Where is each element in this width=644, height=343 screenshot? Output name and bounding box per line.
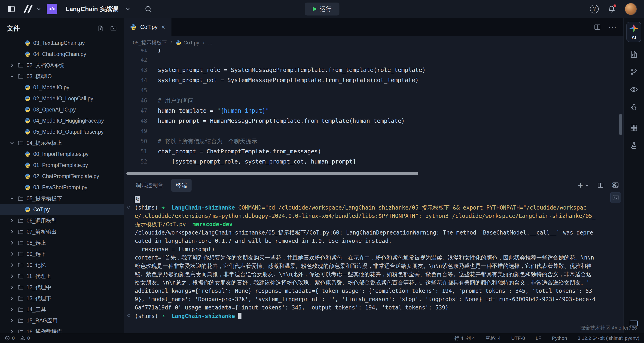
encoding[interactable]: UTF-8 xyxy=(511,335,525,341)
breadcrumb-file[interactable]: CoT.py xyxy=(176,40,199,46)
language-mode[interactable]: Python xyxy=(552,335,567,341)
more-actions-icon[interactable]: ⋯ xyxy=(608,22,617,32)
tree-item-02_ModelIO_LoopCall.py[interactable]: 02_ModelIO_LoopCall.py xyxy=(0,93,124,104)
help-icon[interactable]: ? xyxy=(590,5,599,14)
tree-item-03_OpenAI_IO.py[interactable]: 03_OpenAI_IO.py xyxy=(0,104,124,115)
tab-debug-console[interactable]: 调试控制台 xyxy=(131,179,168,192)
code-line-51[interactable]: 51chat_prompt = ChatPromptTemplate.from_… xyxy=(124,146,624,157)
tree-item-11_代理上[interactable]: 11_代理上 xyxy=(0,271,124,282)
chevron-down-icon[interactable] xyxy=(125,6,131,12)
line-number: 43 xyxy=(124,65,147,75)
code-line-44[interactable]: 44system_prompt_cot = SystemMessagePromp… xyxy=(124,75,624,85)
errors-indicator[interactable]: 0 xyxy=(4,335,15,341)
close-tab-icon[interactable]: × xyxy=(161,24,166,31)
code-text: system_prompt_cot = SystemMessagePromptT… xyxy=(147,75,419,85)
tree-item-01_ModelIO.py[interactable]: 01_ModelIO.py xyxy=(0,82,124,93)
tree-item-label: 01_ModelIO.py xyxy=(33,84,69,91)
ai-assistant-button[interactable]: AI xyxy=(626,22,641,42)
new-file-icon[interactable] xyxy=(97,25,104,32)
image-panel-icon[interactable] xyxy=(610,180,621,190)
python-file-icon xyxy=(24,96,30,102)
code-line-48[interactable]: 48human_prompt = HumanMessagePromptTempl… xyxy=(124,116,624,126)
tree-item-04_ModelIO_HuggingFace.py[interactable]: 04_ModelIO_HuggingFace.py xyxy=(0,115,124,126)
code-line-47[interactable]: 47human_template = "{human_input}" xyxy=(124,106,624,116)
tree-item-07_解析输出[interactable]: 07_解析输出 xyxy=(0,226,124,237)
source-control-icon[interactable] xyxy=(630,68,638,76)
project-name[interactable]: LangChain 实战课 xyxy=(66,5,118,13)
tree-item-06_调用模型[interactable]: 06_调用模型 xyxy=(0,215,124,226)
tree-item-13_代理下[interactable]: 13_代理下 xyxy=(0,293,124,304)
python-file-icon xyxy=(24,107,30,113)
code-text: system_prompt_role = SystemMessagePrompt… xyxy=(147,65,426,75)
code-line-45[interactable]: 45 xyxy=(124,85,624,96)
tree-item-label: 00_ImportTemplates.py xyxy=(33,151,88,157)
terminal-output[interactable]: %(shims) ➜ LangChain-shizhanke COMMAND="… xyxy=(124,193,624,333)
preview-eye-icon[interactable] xyxy=(630,85,638,94)
code-line-50[interactable]: 50# 将以上所有信息结合为一个聊天提示 xyxy=(124,136,624,146)
tree-item-03_模型IO[interactable]: 03_模型IO xyxy=(0,71,124,82)
horizontal-scrollbar[interactable] xyxy=(126,172,418,175)
test-flask-icon[interactable] xyxy=(630,141,638,150)
breadcrumb-symbol[interactable]: ... xyxy=(208,40,212,46)
code-line-46[interactable]: 46# 用户的询问 xyxy=(124,96,624,106)
code-line-43[interactable]: 43system_prompt_role = SystemMessageProm… xyxy=(124,65,624,75)
tree-item-02_ChatPromptTemplate.py[interactable]: 02_ChatPromptTemplate.py xyxy=(0,171,124,182)
breadcrumb-folder[interactable]: 05_提示模板下 xyxy=(133,39,167,46)
code-line-42[interactable]: 42 xyxy=(124,55,624,65)
tree-item-00_ImportTemplates.py[interactable]: 00_ImportTemplates.py xyxy=(0,149,124,160)
chevron-icon xyxy=(9,318,15,323)
tree-item-02_文档QA系统[interactable]: 02_文档QA系统 xyxy=(0,60,124,71)
debug-bug-icon[interactable] xyxy=(630,103,638,112)
tree-item-04_提示模板上[interactable]: 04_提示模板上 xyxy=(0,137,124,149)
extensions-grid-icon[interactable] xyxy=(630,124,638,132)
tree-item-15_RAG应用[interactable]: 15_RAG应用 xyxy=(0,315,124,326)
python-interpreter[interactable]: 3.12.2 64-bit ('shims': pyenv) xyxy=(578,335,640,341)
run-button[interactable]: 运行 xyxy=(305,3,340,16)
search-files-icon[interactable] xyxy=(630,50,638,59)
tree-item-05_提示模板下[interactable]: 05_提示模板下 xyxy=(0,193,124,204)
split-panel-icon[interactable] xyxy=(597,182,604,189)
tree-item-label: 13_代理下 xyxy=(26,295,51,302)
tree-item-CoT.py[interactable]: CoT.py xyxy=(0,204,124,215)
folder-icon xyxy=(18,240,24,246)
code-editor[interactable]: 41}4243system_prompt_role = SystemMessag… xyxy=(124,49,624,177)
notifications-bell-icon[interactable] xyxy=(608,5,616,13)
vertical-scrollbar[interactable] xyxy=(619,114,622,135)
app-logo-icon[interactable] xyxy=(21,4,42,14)
tree-item-09_链下[interactable]: 09_链下 xyxy=(0,248,124,259)
eol[interactable]: LF xyxy=(536,335,542,341)
tree-item-01_PromptTemplate.py[interactable]: 01_PromptTemplate.py xyxy=(0,160,124,171)
cursor-position[interactable]: 行 4, 列 4 xyxy=(454,335,475,341)
tree-item-08_链上[interactable]: 08_链上 xyxy=(0,237,124,248)
tree-item-14_工具[interactable]: 14_工具 xyxy=(0,304,124,315)
project-icon[interactable]: </> xyxy=(47,4,57,14)
tree-item-label: 15_RAG应用 xyxy=(26,317,58,324)
tree-item-10_记忆[interactable]: 10_记忆 xyxy=(0,259,124,271)
code-line-52[interactable]: 52 [system_prompt_role, system_prompt_co… xyxy=(124,157,624,167)
tree-item-03_TextLangChain.py[interactable]: 03_TextLangChain.py xyxy=(0,38,124,49)
tab-terminal[interactable]: 终端 xyxy=(171,179,192,192)
new-folder-icon[interactable] xyxy=(110,25,117,32)
new-terminal-button[interactable]: + xyxy=(578,181,590,190)
user-avatar[interactable] xyxy=(624,3,637,15)
tree-item-03_FewShotPrompt.py[interactable]: 03_FewShotPrompt.py xyxy=(0,182,124,193)
code-text: human_prompt = HumanMessagePromptTemplat… xyxy=(147,116,405,126)
code-line-49[interactable]: 49 xyxy=(124,126,624,136)
warnings-indicator[interactable]: 0 xyxy=(20,335,30,341)
tree-item-16_操作数据库[interactable]: 16_操作数据库 xyxy=(0,326,124,333)
split-editor-icon[interactable] xyxy=(594,23,601,31)
tree-item-05_ModelIO_OutputParser.py[interactable]: 05_ModelIO_OutputParser.py xyxy=(0,126,124,137)
breadcrumb: 05_提示模板下 / CoT.py / ... xyxy=(124,36,624,49)
folder-icon xyxy=(18,195,24,202)
terminal-icon[interactable] xyxy=(610,192,621,203)
search-icon[interactable] xyxy=(144,5,152,13)
tree-item-label: 03_FewShotPrompt.py xyxy=(33,184,87,191)
python-file-icon xyxy=(24,129,30,135)
toggle-sidebar-icon[interactable] xyxy=(7,5,16,14)
tab-cot-py[interactable]: CoT.py × xyxy=(124,18,172,36)
notification-dot xyxy=(614,5,616,7)
tree-item-04_ChatLongChain.py[interactable]: 04_ChatLongChain.py xyxy=(0,49,124,60)
indentation[interactable]: 空格: 4 xyxy=(486,335,500,341)
code-line-41[interactable]: 41} xyxy=(124,49,624,55)
tree-item-12_代理中[interactable]: 12_代理中 xyxy=(0,282,124,293)
